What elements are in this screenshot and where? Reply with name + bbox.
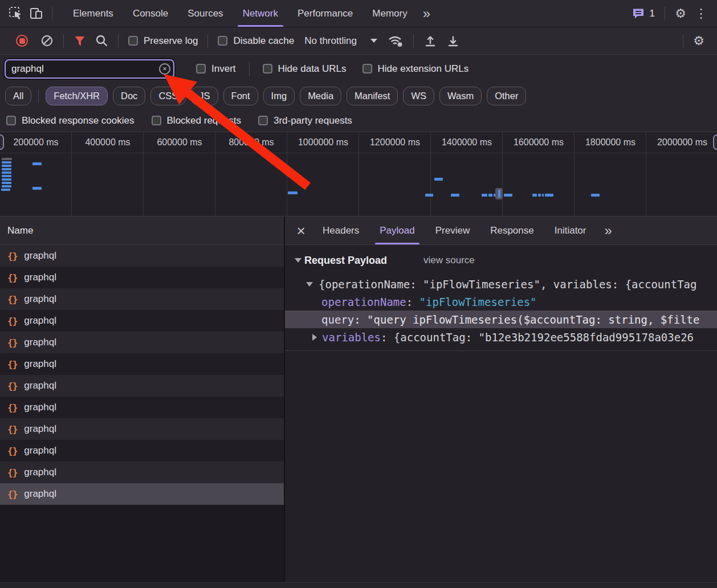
settings-gear-icon[interactable]: ⚙	[670, 3, 691, 24]
hide-extension-urls-checkbox[interactable]: Hide extension URLs	[362, 63, 469, 75]
waterfall-bar[interactable]	[488, 194, 492, 197]
waterfall-bar[interactable]	[2, 182, 11, 184]
request-payload-section[interactable]: Request Payload view source	[285, 250, 717, 271]
request-row[interactable]: {}graphql	[0, 245, 284, 267]
waterfall-bar[interactable]	[2, 158, 12, 160]
inspect-element-icon[interactable]	[6, 3, 26, 24]
request-row[interactable]: {}graphql	[0, 483, 284, 505]
checkbox-box[interactable]	[362, 64, 372, 74]
waterfall-bar[interactable]	[434, 178, 443, 181]
detail-tab-initiator[interactable]: Initiator	[544, 217, 597, 244]
payload-root-row[interactable]: {operationName: "ipFlowTimeseries", vari…	[285, 275, 717, 293]
request-row[interactable]: {}graphql	[0, 267, 284, 288]
filter-type-all[interactable]: All	[5, 87, 31, 105]
disable-cache-checkbox[interactable]: Disable cache	[218, 35, 294, 47]
waterfall-bar[interactable]	[538, 194, 541, 197]
filter-type-fetch-xhr[interactable]: Fetch/XHR	[46, 87, 108, 105]
waterfall-bar[interactable]	[542, 194, 544, 197]
waterfall-bar[interactable]	[591, 194, 600, 197]
request-row[interactable]: {}graphql	[0, 418, 284, 440]
waterfall-bar[interactable]	[545, 194, 553, 197]
more-panels-icon[interactable]: »	[417, 7, 436, 21]
filter-type-doc[interactable]: Doc	[113, 87, 145, 105]
request-row[interactable]: {}graphql	[0, 440, 284, 462]
clear-filter-icon[interactable]: ×	[159, 63, 170, 75]
triangle-right-icon[interactable]	[312, 334, 317, 341]
filter-type-other[interactable]: Other	[487, 87, 526, 105]
search-button[interactable]	[95, 34, 108, 47]
device-toolbar-icon[interactable]	[26, 3, 47, 24]
menu-kebab-icon[interactable]: ⋮	[691, 3, 711, 24]
preserve-log-checkbox[interactable]: Preserve log	[128, 35, 198, 47]
detail-tab-response[interactable]: Response	[480, 217, 544, 244]
waterfall-bar[interactable]	[425, 194, 433, 197]
network-settings-gear-icon[interactable]: ⚙	[689, 31, 709, 51]
waterfall-bar[interactable]	[2, 168, 11, 170]
waterfall-bar[interactable]	[451, 194, 459, 197]
checkbox-box[interactable]	[152, 116, 161, 125]
filter-type-media[interactable]: Media	[300, 87, 341, 105]
network-conditions-button[interactable]	[388, 34, 404, 47]
checkbox-box[interactable]	[196, 64, 206, 74]
tab-sources[interactable]: Sources	[178, 0, 233, 27]
waterfall-bar[interactable]	[2, 175, 11, 177]
checkbox-box[interactable]	[258, 116, 268, 125]
waterfall-bar[interactable]	[1, 189, 10, 191]
filter-blocked-response-cookies-checkbox[interactable]: Blocked response cookies	[6, 115, 135, 126]
tab-memory[interactable]: Memory	[362, 0, 417, 27]
filter-type-ws[interactable]: WS	[403, 87, 434, 105]
filter-type-img[interactable]: Img	[263, 87, 295, 105]
request-row[interactable]: {}graphql	[0, 310, 284, 332]
throttling-select[interactable]: No throttling	[304, 35, 377, 47]
name-column-header[interactable]: Name	[0, 217, 284, 245]
payload-variables-row[interactable]: variables: {accountTag: "b12e3b2192ee558…	[285, 328, 717, 346]
checkbox-box[interactable]	[263, 64, 272, 74]
payload-operation-row[interactable]: operationName: "ipFlowTimeseries"	[285, 293, 717, 311]
timeline-left-handle[interactable]	[0, 134, 4, 150]
filter-blocked-requests-checkbox[interactable]: Blocked requests	[152, 115, 241, 126]
clear-button[interactable]	[40, 34, 54, 47]
waterfall-bar[interactable]	[504, 194, 512, 197]
invert-checkbox[interactable]: Invert	[196, 63, 236, 75]
checkbox-box[interactable]	[6, 116, 16, 125]
filter-type-font[interactable]: Font	[223, 87, 258, 105]
waterfall-selected-marker[interactable]	[495, 188, 503, 199]
view-source-link[interactable]: view source	[423, 255, 475, 266]
tab-network[interactable]: Network	[233, 0, 288, 27]
waterfall-bar[interactable]	[2, 178, 11, 181]
timeline-right-handle[interactable]	[713, 134, 717, 150]
timeline-overview[interactable]: 200000 ms400000 ms600000 ms800000 ms1000…	[0, 132, 717, 217]
hide-data-urls-checkbox[interactable]: Hide data URLs	[263, 63, 347, 75]
record-button[interactable]	[13, 35, 31, 47]
request-row[interactable]: {}graphql	[0, 353, 284, 375]
waterfall-bar[interactable]	[482, 194, 487, 197]
detail-tab-headers[interactable]: Headers	[312, 217, 369, 244]
request-row[interactable]: {}graphql	[0, 332, 284, 353]
detail-tab-payload[interactable]: Payload	[369, 217, 425, 244]
filter-type-wasm[interactable]: Wasm	[439, 87, 482, 105]
waterfall-bar[interactable]	[2, 165, 11, 167]
tab-console[interactable]: Console	[123, 0, 178, 27]
export-har-button[interactable]	[446, 34, 460, 48]
filter-input[interactable]	[5, 59, 174, 79]
issues-button[interactable]: 1	[627, 7, 659, 20]
request-row[interactable]: {}graphql	[0, 397, 284, 418]
waterfall-bar[interactable]	[532, 194, 537, 197]
waterfall-bar[interactable]	[2, 185, 11, 187]
waterfall-bar[interactable]	[2, 161, 11, 164]
waterfall-bar[interactable]	[32, 187, 42, 190]
request-row[interactable]: {}graphql	[0, 288, 284, 310]
import-har-button[interactable]	[423, 34, 437, 48]
more-detail-tabs-icon[interactable]: »	[598, 224, 617, 238]
triangle-down-icon[interactable]	[306, 282, 313, 287]
checkbox-box[interactable]	[218, 36, 227, 46]
filter-type-css[interactable]: CSS	[150, 87, 186, 105]
waterfall-bar[interactable]	[2, 172, 11, 174]
filter-type-manifest[interactable]: Manifest	[347, 87, 398, 105]
tab-performance[interactable]: Performance	[288, 0, 362, 27]
close-details-icon[interactable]: ×	[290, 223, 312, 238]
payload-query-row-selected[interactable]: query: "query ipFlowTimeseries($accountT…	[285, 311, 717, 328]
request-row[interactable]: {}graphql	[0, 462, 284, 483]
request-row[interactable]: {}graphql	[0, 375, 284, 397]
filter-toggle-button[interactable]	[74, 35, 86, 47]
